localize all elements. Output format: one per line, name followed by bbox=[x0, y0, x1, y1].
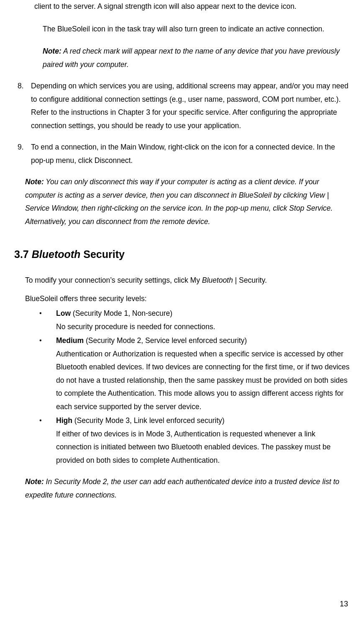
bullet-paren: (Security Mode 2, Service level enforced… bbox=[84, 336, 247, 345]
bullet-desc: If either of two devices is in Mode 3, A… bbox=[56, 430, 331, 464]
note-label: Note: bbox=[43, 47, 62, 55]
step-number: 8. bbox=[14, 80, 31, 132]
task-tray-paragraph: The BlueSoleil icon in the task tray wil… bbox=[43, 23, 350, 36]
note-label: Note: bbox=[25, 178, 44, 186]
text-italic: Bluetooth bbox=[202, 276, 233, 284]
list-item: • Low (Security Mode 1, Non-secure) No s… bbox=[39, 307, 350, 333]
note-text: You can only disconnect this way if your… bbox=[25, 178, 333, 226]
text-post: | Security. bbox=[233, 276, 267, 284]
step-9: 9. To end a connection, in the Main Wind… bbox=[14, 141, 350, 167]
note-label: Note: bbox=[25, 477, 44, 486]
page-number: 13 bbox=[340, 597, 348, 611]
bullet-desc: Authentication or Authorization is reque… bbox=[56, 350, 349, 411]
section-heading-3-7: 3.7 Bluetooth Security bbox=[14, 245, 350, 264]
bullet-icon: • bbox=[39, 335, 56, 414]
step-body: To end a connection, in the Main Window,… bbox=[31, 141, 350, 167]
list-item: • Medium (Security Mode 2, Service level… bbox=[39, 334, 350, 413]
security-intro-paragraph: To modify your connection’s security set… bbox=[25, 274, 350, 287]
heading-number: 3.7 bbox=[14, 248, 32, 260]
note-text: In Security Mode 2, the user can add eac… bbox=[25, 477, 339, 499]
prev-page-continuation: client to the server. A signal strength … bbox=[34, 0, 350, 13]
security-levels-label: BlueSoleil offers three security levels: bbox=[25, 292, 350, 306]
note-disconnect: Note: You can only disconnect this way i… bbox=[25, 175, 349, 228]
heading-italic: Bluetooth bbox=[32, 248, 81, 260]
bullet-title: Medium bbox=[56, 336, 84, 345]
bullet-paren: (Security Mode 3, Link level enforced se… bbox=[72, 416, 225, 425]
bullet-icon: • bbox=[39, 307, 56, 334]
bullet-icon: • bbox=[39, 415, 56, 467]
step-body: Depending on which services you are usin… bbox=[31, 80, 350, 132]
bullet-title: Low bbox=[56, 309, 71, 317]
heading-rest: Security bbox=[80, 248, 125, 260]
text-pre: To modify your connection’s security set… bbox=[25, 276, 202, 284]
body-text: client to the server. A signal strength … bbox=[34, 2, 296, 10]
bullet-paren: (Security Mode 1, Non-secure) bbox=[71, 309, 172, 317]
note-text: A red check mark will appear next to the… bbox=[43, 47, 340, 69]
list-item: • High (Security Mode 3, Link level enfo… bbox=[39, 414, 350, 467]
body-text: The BlueSoleil icon in the task tray wil… bbox=[43, 25, 324, 33]
note-security-mode-2: Note: In Security Mode 2, the user can a… bbox=[25, 475, 349, 502]
bullet-desc: No security procedure is needed for conn… bbox=[56, 322, 215, 331]
security-levels-list: • Low (Security Mode 1, Non-secure) No s… bbox=[39, 307, 350, 467]
note-red-checkmark: Note: A red check mark will appear next … bbox=[43, 45, 350, 71]
step-number: 9. bbox=[14, 141, 31, 167]
step-8: 8. Depending on which services you are u… bbox=[14, 80, 350, 132]
bullet-title: High bbox=[56, 416, 72, 425]
